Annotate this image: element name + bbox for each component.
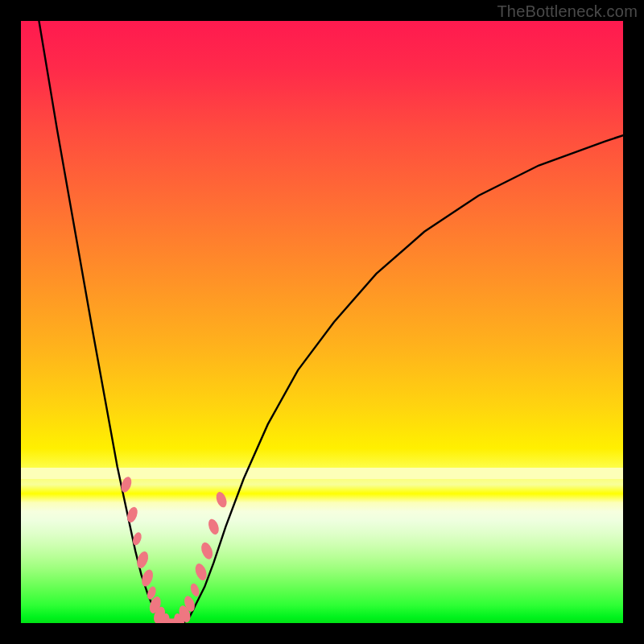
- curve-right-branch: [184, 135, 623, 623]
- outer-frame: TheBottleneck.com: [0, 0, 644, 644]
- plot-area: [21, 21, 623, 623]
- curve-layer: [21, 21, 623, 623]
- bead-right-6: [206, 518, 221, 536]
- bead-right-5: [200, 541, 215, 561]
- bead-right-4: [193, 562, 208, 582]
- bead-right-7: [214, 490, 229, 509]
- bead-right-3: [189, 582, 201, 597]
- watermark-text: TheBottleneck.com: [497, 2, 638, 21]
- curve-left-branch: [39, 21, 165, 623]
